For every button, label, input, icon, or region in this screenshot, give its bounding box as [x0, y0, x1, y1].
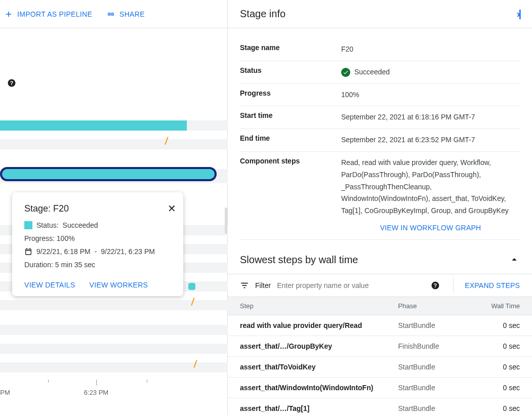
share-label: SHARE: [119, 10, 145, 18]
info-row-component-steps: Component steps Read, read with value pr…: [240, 152, 520, 240]
panel-header: Stage info ›|: [228, 0, 532, 28]
step-cell: assert_that/ToVoidKey: [228, 356, 386, 377]
step-cell: assert_that/WindowInto(WindowIntoFn): [228, 377, 386, 398]
slowest-steps-header[interactable]: Slowest steps by wall time: [228, 240, 532, 274]
tooltip-progress-value: 100%: [57, 234, 75, 242]
view-workers-button[interactable]: VIEW WORKERS: [90, 281, 148, 289]
svg-text:?: ?: [10, 80, 13, 86]
chart-row[interactable]: [0, 325, 228, 335]
col-wall-time[interactable]: Wall Time: [465, 297, 532, 315]
component-steps-value: Read, read with value provider query, Wo…: [341, 158, 509, 215]
divider: [453, 278, 454, 293]
filter-bar: Filter ? EXPAND STEPS: [228, 274, 532, 297]
stage-info-panel: Stage info ›| Stage name F20 Status Succ…: [228, 0, 532, 415]
scrollbar-thumb[interactable]: [225, 208, 227, 234]
wall-time-cell: 0 sec: [465, 398, 532, 415]
expand-steps-button[interactable]: EXPAND STEPS: [465, 281, 520, 289]
link-icon: [106, 10, 115, 19]
chart-x-axis: PM 6:23 PM: [0, 380, 228, 400]
filter-icon[interactable]: [240, 281, 249, 290]
collapse-panel-icon[interactable]: ›|: [517, 8, 520, 20]
step-cell: assert_that/…/GroupByKey: [228, 336, 386, 356]
table-row[interactable]: assert_that/…/Tag[1]StartBundle0 sec: [228, 398, 532, 415]
success-check-icon: [341, 68, 350, 77]
wall-time-cell: 0 sec: [465, 356, 532, 377]
tooltip-duration-label: Duration:: [24, 261, 53, 269]
panel-title: Stage info: [240, 8, 285, 20]
svg-text:?: ?: [434, 282, 437, 288]
filter-input[interactable]: [277, 278, 425, 293]
wall-time-cell: 0 sec: [465, 336, 532, 356]
chart-row[interactable]: [0, 120, 228, 131]
help-icon[interactable]: ?: [7, 78, 16, 88]
info-row-progress: Progress 100%: [240, 84, 520, 107]
tooltip-title: Stage: F20: [24, 203, 171, 214]
chart-row[interactable]: [0, 344, 228, 354]
import-label: IMPORT AS PIPELINE: [17, 10, 92, 18]
stage-tooltip-card: Stage: F20 ✕ Status: Succeeded Progress:…: [12, 192, 183, 296]
col-phase[interactable]: Phase: [386, 297, 465, 315]
step-cell: assert_that/…/Tag[1]: [228, 398, 386, 415]
tooltip-start-time: 9/22/21, 6:18 PM: [36, 247, 91, 256]
import-as-pipeline-button[interactable]: IMPORT AS PIPELINE: [4, 10, 92, 19]
chart-row[interactable]: [0, 362, 228, 372]
close-icon[interactable]: ✕: [168, 202, 176, 215]
table-row[interactable]: read with value provider query/ReadStart…: [228, 315, 532, 336]
status-swatch: [24, 221, 32, 229]
phase-cell: StartBundle: [386, 315, 465, 336]
slowest-steps-table: Step Phase Wall Time read with value pro…: [228, 297, 532, 415]
plus-icon: [4, 10, 13, 19]
slowest-steps-title: Slowest steps by wall time: [240, 254, 358, 266]
view-in-workflow-graph-link[interactable]: VIEW IN WORKFLOW GRAPH: [341, 222, 520, 234]
chevron-up-icon[interactable]: [509, 254, 520, 265]
tooltip-duration-value: 5 min 35 sec: [55, 261, 95, 269]
phase-cell: StartBundle: [386, 356, 465, 377]
help-icon[interactable]: ?: [431, 281, 440, 290]
axis-label: PM: [0, 389, 10, 396]
phase-cell: FinishBundle: [386, 336, 465, 356]
share-button[interactable]: SHARE: [106, 10, 145, 19]
phase-cell: StartBundle: [386, 398, 465, 415]
status-value: Succeeded: [354, 66, 390, 78]
toolbar: IMPORT AS PIPELINE SHARE: [0, 0, 227, 28]
tooltip-time-separator: -: [95, 247, 97, 256]
tooltip-status-value: Succeeded: [63, 221, 98, 229]
tooltip-progress-label: Progress:: [24, 234, 55, 242]
table-row[interactable]: assert_that/ToVoidKeyStartBundle0 sec: [228, 356, 532, 377]
calendar-icon: [24, 247, 32, 256]
axis-label: 6:23 PM: [84, 389, 108, 396]
chart-row[interactable]: [0, 139, 228, 149]
step-cell: read with value provider query/Read: [228, 315, 386, 336]
info-row-stage-name: Stage name F20: [240, 38, 520, 61]
info-row-status: Status Succeeded: [240, 61, 520, 84]
info-row-end-time: End time September 22, 2021 at 6:23:52 P…: [240, 129, 520, 152]
table-row[interactable]: assert_that/…/GroupByKeyFinishBundle0 se…: [228, 336, 532, 356]
wall-time-cell: 0 sec: [465, 377, 532, 398]
col-step[interactable]: Step: [228, 297, 386, 315]
tooltip-end-time: 9/22/21, 6:23 PM: [101, 247, 155, 256]
stage-info-table: Stage name F20 Status Succeeded Progress…: [228, 28, 532, 240]
phase-cell: StartBundle: [386, 377, 465, 398]
table-row[interactable]: assert_that/WindowInto(WindowIntoFn)Star…: [228, 377, 532, 398]
info-row-start-time: Start time September 22, 2021 at 6:18:16…: [240, 106, 520, 129]
tooltip-status-label: Status:: [36, 221, 59, 229]
filter-label: Filter: [255, 281, 271, 289]
left-panel: IMPORT AS PIPELINE SHARE ? PM 6:23 PM St…: [0, 0, 228, 415]
chart-row-selected[interactable]: [0, 169, 228, 183]
wall-time-cell: 0 sec: [465, 315, 532, 336]
view-details-button[interactable]: VIEW DETAILS: [24, 281, 75, 289]
chart-row[interactable]: [0, 300, 228, 310]
